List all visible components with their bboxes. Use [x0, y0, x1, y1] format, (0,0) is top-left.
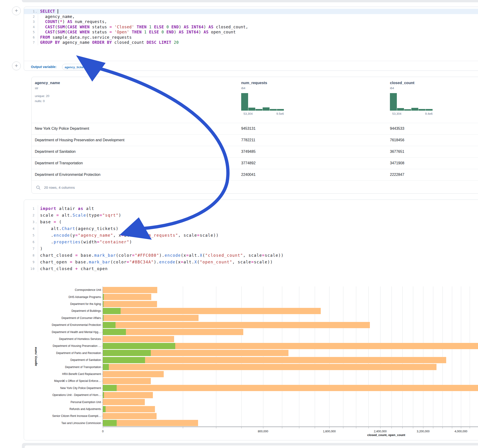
code-text: FROM sample_data.nyc.service_requests — [38, 35, 132, 40]
column-type: i64 — [241, 87, 284, 90]
code-line[interactable]: 10chart_closed + chart_open — [24, 265, 478, 272]
table-row: Department of Housing Preservation and D… — [31, 134, 478, 146]
column-histogram — [241, 93, 284, 111]
histogram-bar — [256, 109, 262, 111]
fold-chevron-icon — [35, 248, 38, 249]
fold-chevron-icon — [35, 26, 38, 27]
cell-divider — [24, 61, 478, 61]
table-cell: 3677651 — [390, 149, 404, 154]
fold-chevron-icon — [35, 242, 38, 242]
fold-chevron-icon — [35, 261, 38, 262]
table-cell: 3471908 — [390, 161, 404, 165]
python-code-editor[interactable]: 1import altair as alt2scale = alt.Scale(… — [24, 205, 478, 272]
table-cell: Department of Transportation — [35, 161, 83, 165]
search-icon[interactable] — [36, 185, 41, 190]
column-header-closed-count: closed_count i64 53,304 9.4e6 — [390, 81, 433, 115]
table-row: Department of Transportation377489234719… — [31, 157, 478, 169]
code-text: GROUP BY agency_name ORDER BY closed_cou… — [38, 40, 179, 45]
code-line[interactable]: 8chart_closed = base.mark_bar(color="#FF… — [24, 252, 478, 259]
line-number: 6 — [24, 36, 35, 39]
fold-chevron-icon — [35, 215, 38, 216]
histogram-bar — [419, 109, 425, 111]
add-cell-button-middle[interactable]: + — [12, 62, 21, 70]
line-number: 4 — [24, 25, 35, 29]
code-line[interactable]: 2scale = alt.Scale(type="sqrt") — [24, 212, 478, 218]
fold-chevron-icon — [35, 255, 38, 255]
row-count-label: 20 rows, 4 columns — [44, 186, 75, 190]
column-type: str — [35, 87, 60, 90]
line-number: 5 — [24, 30, 35, 34]
code-text: import altair as alt — [38, 205, 94, 212]
table-cell: Department of Housing Preservation and D… — [35, 138, 125, 142]
fold-chevron-icon — [35, 37, 38, 37]
line-number: 7 — [24, 247, 35, 250]
column-name: agency_name — [35, 81, 60, 85]
code-line[interactable]: 6FROM sample_data.nyc.service_requests — [24, 35, 478, 40]
code-line[interactable]: 1import altair as alt — [24, 205, 478, 212]
sql-code-editor[interactable]: 1⌄SELECT 2 agency_name,3 COUNT(*) AS num… — [24, 9, 478, 45]
histogram-range-labels: 53,304 9.5e6 — [241, 112, 284, 115]
code-text: CAST(SUM(CASE WHEN status = 'Closed' THE… — [38, 25, 248, 30]
code-text: base = ( — [38, 218, 62, 225]
table-footer: 20 rows, 4 columns — [36, 183, 75, 192]
histogram-bar — [248, 108, 255, 111]
code-line[interactable]: 6 .properties(width="container") — [24, 238, 478, 245]
fold-chevron-icon — [35, 42, 38, 43]
line-number: 10 — [24, 267, 35, 271]
text-cursor — [58, 9, 58, 14]
code-line[interactable]: 1⌄SELECT — [24, 9, 478, 14]
line-number: 3 — [24, 20, 35, 24]
code-line[interactable]: 7GROUP BY agency_name ORDER BY closed_co… — [24, 40, 478, 45]
fold-chevron-icon[interactable]: ⌄ — [35, 10, 38, 13]
table-cell: Department of Sanitation — [35, 149, 76, 154]
table-row: Department of Sanitation37494853677651 — [31, 146, 478, 158]
fold-chevron-icon — [35, 21, 38, 22]
code-text: chart_closed + chart_open — [38, 265, 108, 272]
code-text: COUNT(*) AS num_requests, — [38, 19, 107, 25]
fold-chevron-icon[interactable]: ⌄ — [35, 220, 38, 224]
code-line[interactable]: 7) — [24, 245, 478, 252]
code-text: scale = alt.Scale(type="sqrt") — [38, 212, 121, 218]
histogram-bar — [397, 108, 404, 111]
column-name: num_requests — [241, 81, 284, 85]
table-cell: 3774892 — [241, 161, 256, 165]
code-line[interactable]: 3⌄base = ( — [24, 218, 478, 225]
add-cell-button-top[interactable]: + — [12, 6, 21, 15]
code-line[interactable]: 5 CAST(SUM(CASE WHEN status = 'Open' THE… — [24, 30, 478, 35]
fold-chevron-icon — [35, 235, 38, 236]
code-line[interactable]: 2 agency_name, — [24, 14, 478, 19]
line-number: 5 — [24, 233, 35, 237]
line-number: 1 — [24, 207, 35, 210]
notebook-page: + + 1⌄SELECT 2 agency_name,3 COUNT(*) AS… — [0, 0, 478, 448]
code-line[interactable]: 5 .encode(y="agency_name", x=alt.X("num_… — [24, 232, 478, 238]
line-number: 3 — [24, 220, 35, 224]
code-text: .encode(y="agency_name", x=alt.X("num_re… — [38, 232, 219, 238]
table-cell: 9453131 — [241, 126, 256, 131]
python-cell: 1import altair as alt2scale = alt.Scale(… — [24, 199, 478, 440]
table-cell: 2222847 — [390, 173, 404, 177]
code-line[interactable]: 4 CAST(SUM(CASE WHEN status = 'Closed' T… — [24, 25, 478, 30]
table-row: New York City Police Department945313194… — [31, 123, 478, 135]
output-variable-row: Output variable: agency_tickets — [31, 62, 88, 71]
column-header-num-requests: num_requests i64 53,304 9.5e6 — [241, 81, 284, 115]
table-row: Department of Environmental Protection22… — [31, 169, 478, 181]
line-number: 2 — [24, 213, 35, 217]
code-line[interactable]: 3 COUNT(*) AS num_requests, — [24, 19, 478, 25]
sql-cell: 1⌄SELECT 2 agency_name,3 COUNT(*) AS num… — [24, 7, 478, 71]
table-cell: 7782211 — [241, 138, 255, 142]
table-cell: 9443533 — [390, 126, 404, 131]
fold-chevron-icon — [35, 32, 38, 32]
line-number: 4 — [24, 227, 35, 230]
code-text: SELECT — [38, 9, 58, 14]
table-cell: 3749485 — [241, 149, 256, 154]
code-line[interactable]: 4 alt.Chart(agency_tickets) — [24, 225, 478, 232]
fold-chevron-icon — [35, 228, 38, 229]
histogram-bar — [411, 108, 418, 111]
code-text: agency_name, — [38, 14, 75, 19]
histogram-bar — [390, 93, 397, 111]
output-variable-chip[interactable]: agency_tickets — [62, 64, 88, 70]
code-line[interactable]: 9chart_open = base.mark_bar(color="#8BC3… — [24, 259, 478, 265]
column-type: i64 — [390, 87, 433, 90]
code-text: ) — [38, 245, 43, 252]
results-table: agency_name str unique: 20 nulls: 0 num_… — [31, 77, 478, 193]
